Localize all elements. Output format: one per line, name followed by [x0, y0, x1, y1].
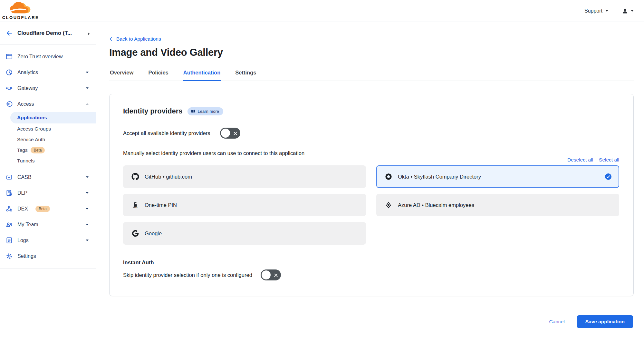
- sidebar-item-settings[interactable]: Settings: [0, 248, 96, 264]
- sidebar-divider: [0, 269, 96, 269]
- back-to-applications-link[interactable]: Back to Applications: [109, 36, 161, 42]
- select-all-link[interactable]: Select all: [599, 157, 619, 163]
- chevron-down-icon[interactable]: [85, 238, 90, 243]
- cloudflare-logo-text: CLOUDFLARE: [2, 15, 39, 20]
- svg-text:****: ****: [133, 206, 138, 209]
- book-icon: [191, 109, 196, 114]
- identity-providers-card: Identity providers Learn more Accept all…: [109, 94, 634, 296]
- chevron-down-icon[interactable]: [85, 86, 90, 91]
- provider-name: One-time PIN: [145, 202, 177, 208]
- chevron-down-icon[interactable]: [85, 206, 90, 211]
- okta-icon: [385, 173, 392, 181]
- access-icon: [5, 100, 13, 108]
- card-heading: Identity providers: [123, 107, 183, 115]
- logs-icon: [5, 237, 13, 244]
- sidebar-item-label: Analytics: [17, 70, 38, 75]
- instant-auth-heading: Instant Auth: [123, 259, 619, 266]
- tab-authentication[interactable]: Authentication: [183, 66, 221, 81]
- dlp-icon: [5, 189, 13, 197]
- sidebar-item-analytics[interactable]: Analytics: [0, 64, 96, 80]
- sidebar-item-zero-trust-overview[interactable]: Zero Trust overview: [0, 49, 96, 64]
- provider-github[interactable]: GitHub • github.com: [123, 165, 366, 188]
- casb-icon: [5, 173, 13, 181]
- back-link-label: Back to Applications: [116, 36, 161, 42]
- provider-okta[interactable]: Okta • Skyflash Company Directory: [376, 165, 619, 188]
- beta-badge: Beta: [31, 147, 45, 153]
- toggle-knob: [262, 270, 271, 279]
- sidebar-item-label: Tunnels: [17, 158, 35, 164]
- learn-more-badge[interactable]: Learn more: [187, 107, 223, 115]
- main-content: Back to Applications Image and Video Gal…: [96, 22, 644, 342]
- chevron-up-icon[interactable]: [85, 102, 90, 106]
- back-arrow-icon: [109, 36, 114, 42]
- deselect-all-link[interactable]: Deselect all: [567, 157, 593, 163]
- account-name[interactable]: Cloudflare Demo (T...: [17, 30, 72, 36]
- provider-name: Azure AD • Bluecalm employees: [398, 202, 474, 208]
- tab-overview[interactable]: Overview: [109, 66, 134, 81]
- provider-one-time-pin[interactable]: **** One-time PIN: [123, 194, 366, 216]
- page-title: Image and Video Gallery: [109, 47, 634, 58]
- sidebar-item-casb[interactable]: CASB: [0, 169, 96, 185]
- user-icon: [622, 8, 628, 14]
- tab-bar: Overview Policies Authentication Setting…: [109, 66, 634, 81]
- provider-azure-ad[interactable]: Azure AD • Bluecalm employees: [376, 194, 619, 216]
- beta-badge: Beta: [35, 206, 50, 212]
- azure-ad-icon: [385, 201, 392, 209]
- toggle-knob: [221, 129, 230, 138]
- chevron-down-icon[interactable]: [85, 70, 90, 75]
- sidebar-item-dlp[interactable]: DLP: [0, 185, 96, 201]
- cloudflare-cloud-icon: [6, 2, 35, 15]
- learn-more-label: Learn more: [198, 109, 219, 114]
- sidebar-item-tags[interactable]: Tags Beta: [0, 145, 96, 155]
- accept-all-toggle[interactable]: [220, 128, 240, 139]
- chevron-down-icon[interactable]: [85, 191, 90, 195]
- sidebar-item-label: Service Auth: [17, 137, 45, 142]
- sidebar-item-my-team[interactable]: My Team: [0, 217, 96, 232]
- user-menu[interactable]: [622, 8, 634, 14]
- analytics-icon: [5, 69, 13, 76]
- sidebar-item-label: Access Groups: [17, 126, 51, 132]
- support-label: Support: [584, 8, 602, 14]
- provider-google[interactable]: Google: [123, 222, 366, 245]
- sidebar-item-label: Gateway: [17, 85, 38, 91]
- accept-all-label: Accept all available identity providers: [123, 130, 210, 136]
- one-time-pin-icon: ****: [131, 201, 139, 209]
- save-application-button[interactable]: Save application: [577, 315, 633, 328]
- sidebar-item-access-groups[interactable]: Access Groups: [0, 123, 96, 134]
- sidebar-item-gateway[interactable]: Gateway: [0, 80, 96, 96]
- topbar: CLOUDFLARE Support: [0, 0, 644, 22]
- sidebar-item-label: DLP: [17, 190, 27, 196]
- gateway-icon: [5, 84, 13, 92]
- sidebar-item-access[interactable]: Access: [0, 96, 96, 112]
- sidebar-item-label: Tags: [17, 147, 28, 153]
- tab-policies[interactable]: Policies: [148, 66, 169, 81]
- chevron-right-icon[interactable]: [87, 31, 91, 35]
- sidebar-item-dex[interactable]: DEX Beta: [0, 201, 96, 217]
- providers-grid: GitHub • github.com Okta • Skyflash Comp…: [123, 165, 619, 245]
- toggle-off-x-icon: [233, 131, 237, 135]
- back-arrow-icon[interactable]: [6, 30, 13, 37]
- selected-check-icon: [605, 173, 611, 180]
- sidebar-item-label: DEX: [17, 206, 28, 212]
- github-icon: [131, 173, 139, 181]
- team-icon: [5, 221, 13, 228]
- cloudflare-logo[interactable]: CLOUDFLARE: [4, 2, 37, 20]
- support-menu[interactable]: Support: [584, 8, 609, 14]
- sidebar-item-applications[interactable]: Applications: [10, 112, 96, 123]
- sidebar-item-label: CASB: [17, 174, 32, 180]
- sidebar-item-service-auth[interactable]: Service Auth: [0, 134, 96, 145]
- cancel-button[interactable]: Cancel: [549, 319, 564, 325]
- instant-auth-toggle[interactable]: [261, 269, 281, 280]
- chevron-down-icon[interactable]: [85, 222, 90, 227]
- sidebar-item-logs[interactable]: Logs: [0, 232, 96, 248]
- provider-name: Google: [145, 230, 162, 237]
- sidebar-header: Cloudflare Demo (T...: [0, 22, 96, 44]
- sidebar-item-label: Zero Trust overview: [17, 54, 62, 60]
- sidebar-nav: Zero Trust overview Analytics Gateway: [0, 44, 96, 269]
- tab-settings[interactable]: Settings: [235, 66, 257, 81]
- sidebar: Cloudflare Demo (T... Zero Trust overvie…: [0, 22, 96, 342]
- sidebar-item-tunnels[interactable]: Tunnels: [0, 155, 96, 166]
- google-icon: [131, 230, 139, 237]
- chevron-down-icon: [605, 9, 609, 13]
- chevron-down-icon[interactable]: [85, 175, 90, 180]
